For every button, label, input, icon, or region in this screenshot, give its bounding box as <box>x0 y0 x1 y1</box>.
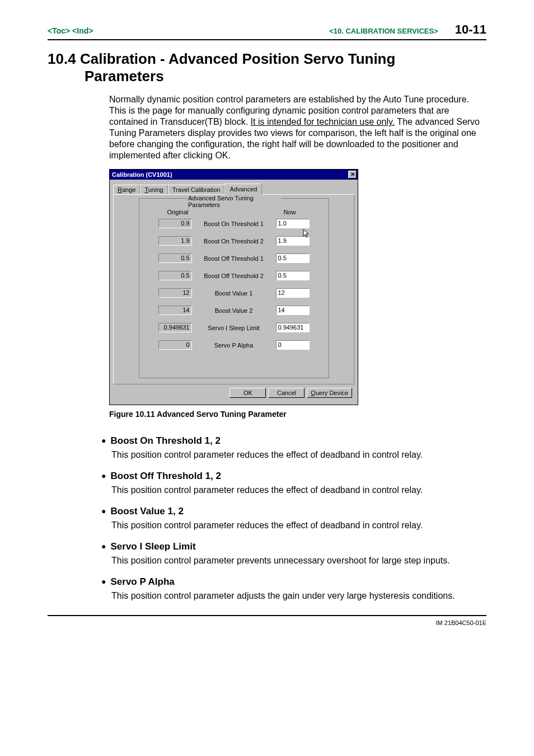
now-input-2[interactable]: 0.5 <box>276 253 310 263</box>
bullet-body-1: This position control parameter reduces … <box>111 485 486 496</box>
button-row: OK Cancel Query Device <box>113 384 354 401</box>
bullet-body-3: This position control parameter prevents… <box>111 555 486 566</box>
param-label-5: Boost Value 2 <box>192 307 276 314</box>
page-number: 10-11 <box>455 22 486 37</box>
orig-value-3: 0.5 <box>158 271 192 280</box>
bullet-title-3: Servo I Sleep Limit <box>101 541 486 552</box>
dialog-body: Range Tuning Travel Calibration Advanced… <box>110 180 358 405</box>
orig-value-6: 0.949631 <box>158 323 192 332</box>
orig-value-4: 12 <box>158 288 192 298</box>
param-row-2: 0.5 Boost Off Threshold 1 0.5 <box>158 253 310 263</box>
bullet-4: Servo P Alpha This position control para… <box>101 576 486 602</box>
intro-underlined: It is intended for technician use only. <box>251 117 395 126</box>
tab-tuning-rest: uning <box>148 186 163 193</box>
tab-content: Advanced Servo Tuning Parameters Origina… <box>113 194 354 384</box>
close-icon[interactable]: ✕ <box>348 171 357 179</box>
dialog-titlebar[interactable]: Calibration (CV1001) ✕ <box>110 170 358 180</box>
section-title: 10.4Calibration - Advanced Position Serv… <box>48 50 486 85</box>
param-label-4: Boost Value 1 <box>192 290 276 297</box>
col-now-label: Now <box>270 209 310 215</box>
section-number: 10.4 <box>48 50 80 68</box>
page-header: <Toc> <Ind> <10. CALIBRATION SERVICES> 1… <box>48 22 486 40</box>
query-device-button[interactable]: Query Device <box>307 388 352 398</box>
bullet-2: Boost Value 1, 2 This position control p… <box>101 506 486 531</box>
bullet-0: Boost On Threshold 1, 2 This position co… <box>101 435 486 461</box>
fieldset-legend: Advanced Servo Tuning Parameters <box>186 195 281 208</box>
bullet-title-1: Boost Off Threshold 1, 2 <box>101 471 486 482</box>
orig-value-1: 1.9 <box>158 236 192 246</box>
now-input-3[interactable]: 0.5 <box>276 271 310 280</box>
calibration-dialog: Calibration (CV1001) ✕ Range Tuning Trav… <box>109 169 358 405</box>
param-row-0: 0.9 Boost On Threshold 1 1.0 <box>158 219 310 228</box>
tab-travel[interactable]: Travel Calibration <box>168 185 225 194</box>
orig-value-2: 0.5 <box>158 253 192 263</box>
bullet-1: Boost Off Threshold 1, 2 This position c… <box>101 471 486 496</box>
footer-id: IM 21B04C50-01E <box>436 619 487 626</box>
cancel-button[interactable]: Cancel <box>268 388 305 398</box>
bullet-title-4: Servo P Alpha <box>101 576 486 588</box>
now-input-6[interactable]: 0.949631 <box>276 323 310 332</box>
chapter-link[interactable]: <10. CALIBRATION SERVICES> <box>329 27 438 35</box>
param-label-2: Boost Off Threshold 1 <box>192 255 276 262</box>
param-label-0: Boost On Threshold 1 <box>192 220 276 227</box>
figure-caption: Figure 10.11 Advanced Servo Tuning Param… <box>109 410 486 419</box>
ok-button[interactable]: OK <box>229 388 266 398</box>
figure-block: Calibration (CV1001) ✕ Range Tuning Trav… <box>109 169 486 405</box>
orig-value-0: 0.9 <box>158 219 192 228</box>
bullet-title-0: Boost On Threshold 1, 2 <box>101 435 486 447</box>
toc-link[interactable]: <Toc> <box>48 26 70 35</box>
bullet-body-2: This position control parameter reduces … <box>111 520 486 531</box>
dialog-title: Calibration (CV1001) <box>112 171 172 178</box>
param-row-4: 12 Boost Value 1 12 <box>158 288 310 298</box>
now-input-5[interactable]: 14 <box>276 306 310 315</box>
bullet-title-2: Boost Value 1, 2 <box>101 506 486 517</box>
section-heading-1: Calibration - Advanced Position Servo Tu… <box>80 50 395 67</box>
page-footer: IM 21B04C50-01E <box>48 615 486 626</box>
param-label-6: Servo I Sleep Limit <box>192 325 276 331</box>
col-original-label: Original <box>158 209 198 215</box>
param-row-3: 0.5 Boost Off Threshold 2 0.5 <box>158 271 310 280</box>
param-row-5: 14 Boost Value 2 14 <box>158 306 310 315</box>
tab-advanced[interactable]: Advanced <box>224 184 262 195</box>
param-row-7: 0 Servo P Alpha 0 <box>158 340 310 350</box>
param-label-7: Servo P Alpha <box>192 342 276 349</box>
param-label-3: Boost Off Threshold 2 <box>192 273 276 279</box>
tab-range-rest: ange <box>122 186 135 193</box>
now-input-4[interactable]: 12 <box>276 288 310 298</box>
orig-value-7: 0 <box>158 340 192 350</box>
header-left: <Toc> <Ind> <box>48 26 93 35</box>
bullet-body-0: This position control parameter reduces … <box>111 449 486 461</box>
page: <Toc> <Ind> <10. CALIBRATION SERVICES> 1… <box>0 0 534 643</box>
now-input-7[interactable]: 0 <box>276 340 310 350</box>
bullet-body-4: This position control parameter adjusts … <box>111 590 486 602</box>
param-row-1: 1.9 Boost On Threshold 2 1.9 <box>158 236 310 246</box>
query-rest: uery Device <box>316 389 348 396</box>
param-row-6: 0.949631 Servo I Sleep Limit 0.949631 <box>158 323 310 332</box>
param-label-1: Boost On Threshold 2 <box>192 238 276 245</box>
params-fieldset: Advanced Servo Tuning Parameters Origina… <box>139 198 329 378</box>
bullet-3: Servo I Sleep Limit This position contro… <box>101 541 486 566</box>
column-headers: Original Now <box>158 209 310 215</box>
section-heading-2: Parameters <box>48 68 486 85</box>
now-input-1[interactable]: 1.9 <box>276 236 310 246</box>
tab-strip: Range Tuning Travel Calibration Advanced <box>113 183 354 194</box>
header-right: <10. CALIBRATION SERVICES> 10-11 <box>329 22 486 37</box>
orig-value-5: 14 <box>158 306 192 315</box>
tab-range[interactable]: Range <box>113 185 140 194</box>
intro-paragraph: Normally dynamic position control parame… <box>109 94 481 161</box>
tab-tuning[interactable]: Tuning <box>140 185 167 194</box>
query-hotkey: Q <box>311 389 316 396</box>
ind-link[interactable]: <Ind> <box>72 26 93 35</box>
now-input-0[interactable]: 1.0 <box>276 219 310 228</box>
